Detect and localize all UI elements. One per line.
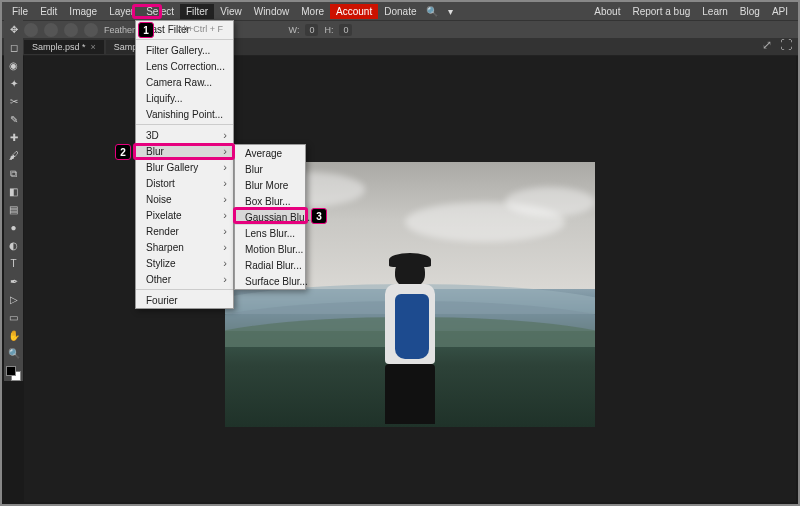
dd-lens-blur[interactable]: Lens Blur... xyxy=(235,225,305,241)
link-about[interactable]: About xyxy=(588,4,626,19)
reset-view-icon[interactable]: ⤢ xyxy=(762,38,772,52)
dd-noise[interactable]: Noise xyxy=(136,191,233,207)
eyedropper-tool-icon[interactable]: ✎ xyxy=(6,112,22,127)
dd-pixelate[interactable]: Pixelate xyxy=(136,207,233,223)
menu-layer[interactable]: Layer xyxy=(103,4,140,19)
type-tool-icon[interactable]: T xyxy=(6,256,22,271)
selection-new-icon[interactable] xyxy=(24,23,38,37)
lasso-tool-icon[interactable]: ◉ xyxy=(6,58,22,73)
callout-1: 1 xyxy=(138,22,154,38)
zoom-tool-icon[interactable]: 🔍 xyxy=(6,346,22,361)
search-icon[interactable]: 🔍 xyxy=(422,4,442,19)
options-bar: Feather: 0 W: 0 H: 0 xyxy=(2,20,798,38)
menu-donate[interactable]: Donate xyxy=(378,4,422,19)
gradient-tool-icon[interactable]: ▤ xyxy=(6,202,22,217)
link-api[interactable]: API xyxy=(766,4,794,19)
dd-blur-gallery[interactable]: Blur Gallery xyxy=(136,159,233,175)
dd-liquify[interactable]: Liquify... xyxy=(136,90,233,106)
dd-other[interactable]: Other xyxy=(136,271,233,287)
dd-render[interactable]: Render xyxy=(136,223,233,239)
menu-edit[interactable]: Edit xyxy=(34,4,63,19)
selection-intersect-icon[interactable] xyxy=(84,23,98,37)
callout-2: 2 xyxy=(115,144,131,160)
height-value[interactable]: 0 xyxy=(339,24,352,36)
heal-tool-icon[interactable]: ✚ xyxy=(6,130,22,145)
document-tabs: Sample.psd *× Sample.psd× xyxy=(2,38,798,56)
menu-more[interactable]: More xyxy=(295,4,330,19)
dd-3d[interactable]: 3D xyxy=(136,127,233,143)
dd-camera-raw[interactable]: Camera Raw... xyxy=(136,74,233,90)
filter-dropdown: Last FilterAlt+Ctrl + F Filter Gallery..… xyxy=(135,20,234,309)
move-tool-icon[interactable]: ✥ xyxy=(6,22,22,37)
dd-lens-correction[interactable]: Lens Correction... xyxy=(136,58,233,74)
link-report-bug[interactable]: Report a bug xyxy=(626,4,696,19)
menu-view[interactable]: View xyxy=(214,4,248,19)
dd-blur-blur[interactable]: Blur xyxy=(235,161,305,177)
dd-box-blur[interactable]: Box Blur... xyxy=(235,193,305,209)
link-blog[interactable]: Blog xyxy=(734,4,766,19)
shape-tool-icon[interactable]: ▭ xyxy=(6,310,22,325)
menu-file[interactable]: File xyxy=(6,4,34,19)
eraser-tool-icon[interactable]: ◧ xyxy=(6,184,22,199)
close-icon[interactable]: × xyxy=(91,42,96,52)
hand-tool-icon[interactable]: ✋ xyxy=(6,328,22,343)
menubar: File Edit Image Layer Select Filter View… xyxy=(2,2,798,20)
dd-blur[interactable]: Blur xyxy=(136,143,233,159)
viewport-controls: ⤢ ⛶ xyxy=(762,38,792,52)
dd-fourier[interactable]: Fourier xyxy=(136,292,233,308)
blur-tool-icon[interactable]: ● xyxy=(6,220,22,235)
tab-sample-psd-1[interactable]: Sample.psd *× xyxy=(24,40,104,54)
menu-image[interactable]: Image xyxy=(63,4,103,19)
height-label: H: xyxy=(324,25,333,35)
color-swatch[interactable] xyxy=(6,366,21,381)
dd-surface-blur[interactable]: Surface Blur... xyxy=(235,273,305,289)
width-value[interactable]: 0 xyxy=(305,24,318,36)
menu-filter[interactable]: Filter xyxy=(180,4,214,19)
dd-gaussian-blur[interactable]: Gaussian Blur... xyxy=(235,209,305,225)
dodge-tool-icon[interactable]: ◐ xyxy=(6,238,22,253)
selection-subtract-icon[interactable] xyxy=(64,23,78,37)
menu-select[interactable]: Select xyxy=(140,4,180,19)
clone-tool-icon[interactable]: ⧉ xyxy=(6,166,22,181)
dd-radial-blur[interactable]: Radial Blur... xyxy=(235,257,305,273)
brush-tool-icon[interactable]: 🖌 xyxy=(6,148,22,163)
width-label: W: xyxy=(289,25,300,35)
pen-tool-icon[interactable]: ✒ xyxy=(6,274,22,289)
dd-motion-blur[interactable]: Motion Blur... xyxy=(235,241,305,257)
menu-account[interactable]: Account xyxy=(330,4,378,19)
dd-blur-average[interactable]: Average xyxy=(235,145,305,161)
dd-distort[interactable]: Distort xyxy=(136,175,233,191)
dd-sharpen[interactable]: Sharpen xyxy=(136,239,233,255)
dd-blur-more[interactable]: Blur More xyxy=(235,177,305,193)
feather-label: Feather: xyxy=(104,25,138,35)
link-learn[interactable]: Learn xyxy=(696,4,734,19)
person-figure xyxy=(370,257,450,427)
tools-sidebar: ✥ ◻ ◉ ✦ ✂ ✎ ✚ 🖌 ⧉ ◧ ▤ ● ◐ T ✒ ▷ ▭ ✋ 🔍 xyxy=(4,20,23,381)
menu-dropdown-icon[interactable]: ▾ xyxy=(442,4,459,19)
blur-submenu: Average Blur Blur More Box Blur... Gauss… xyxy=(234,144,306,290)
path-tool-icon[interactable]: ▷ xyxy=(6,292,22,307)
crop-tool-icon[interactable]: ✂ xyxy=(6,94,22,109)
dd-vanishing-point[interactable]: Vanishing Point... xyxy=(136,106,233,122)
fullscreen-icon[interactable]: ⛶ xyxy=(780,38,792,52)
dd-filter-gallery[interactable]: Filter Gallery... xyxy=(136,42,233,58)
callout-3: 3 xyxy=(311,208,327,224)
menu-window[interactable]: Window xyxy=(248,4,296,19)
marquee-tool-icon[interactable]: ◻ xyxy=(6,40,22,55)
wand-tool-icon[interactable]: ✦ xyxy=(6,76,22,91)
dd-stylize[interactable]: Stylize xyxy=(136,255,233,271)
selection-add-icon[interactable] xyxy=(44,23,58,37)
